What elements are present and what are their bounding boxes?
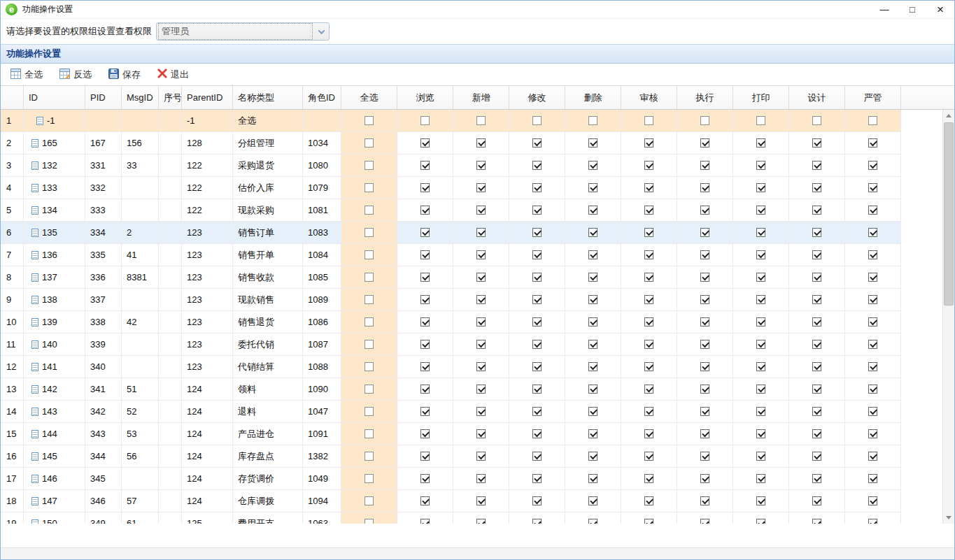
checkbox-edit[interactable] <box>532 228 542 237</box>
checkbox-print[interactable] <box>756 295 765 304</box>
table-row[interactable]: 4133332122估价入库1079 <box>1 177 944 199</box>
checkbox-execute[interactable] <box>700 273 709 282</box>
checkbox-strict[interactable] <box>868 385 877 394</box>
checkbox-print[interactable] <box>756 519 765 524</box>
checkbox-browse[interactable] <box>420 183 430 192</box>
checkbox-strict[interactable] <box>868 340 877 349</box>
checkbox-delete[interactable] <box>588 429 597 438</box>
checkbox-strict[interactable] <box>868 116 877 125</box>
checkbox-select[interactable] <box>365 273 374 282</box>
checkbox-browse[interactable] <box>420 250 430 259</box>
close-button[interactable]: × <box>926 1 954 18</box>
checkbox-execute[interactable] <box>700 496 709 505</box>
checkbox-add[interactable] <box>476 452 486 461</box>
exit-button[interactable]: 退出 <box>152 66 194 84</box>
checkbox-print[interactable] <box>756 429 765 438</box>
checkbox-strict[interactable] <box>868 317 877 326</box>
checkbox-print[interactable] <box>756 116 765 125</box>
checkbox-browse[interactable] <box>420 496 430 505</box>
checkbox-add[interactable] <box>476 183 486 192</box>
checkbox-design[interactable] <box>812 206 821 215</box>
checkbox-select[interactable] <box>365 474 374 483</box>
checkbox-strict[interactable] <box>868 138 877 148</box>
column-header-seq[interactable]: 序号 <box>159 86 182 109</box>
checkbox-execute[interactable] <box>700 183 709 192</box>
checkbox-browse[interactable] <box>420 340 430 349</box>
column-header-execute[interactable]: 执行 <box>677 86 733 109</box>
checkbox-delete[interactable] <box>588 362 597 371</box>
checkbox-edit[interactable] <box>532 250 542 259</box>
checkbox-add[interactable] <box>476 317 486 326</box>
checkbox-print[interactable] <box>756 138 765 148</box>
checkbox-audit[interactable] <box>644 116 653 125</box>
checkbox-design[interactable] <box>812 496 821 505</box>
checkbox-edit[interactable] <box>532 161 542 170</box>
checkbox-edit[interactable] <box>532 273 542 282</box>
row-number[interactable]: 16 <box>1 445 24 468</box>
checkbox-print[interactable] <box>756 273 765 282</box>
scroll-up-icon[interactable] <box>943 110 954 122</box>
checkbox-select[interactable] <box>365 362 374 371</box>
checkbox-audit[interactable] <box>644 474 653 483</box>
table-row[interactable]: 1614534456124库存盘点1382 <box>1 445 944 468</box>
checkbox-edit[interactable] <box>532 340 542 349</box>
checkbox-design[interactable] <box>812 138 821 148</box>
checkbox-add[interactable] <box>476 206 486 215</box>
checkbox-browse[interactable] <box>420 317 430 326</box>
checkbox-edit[interactable] <box>532 183 542 192</box>
table-row[interactable]: 81373368381123销售收款1085 <box>1 266 944 289</box>
table-row[interactable]: 61353342123销售订单1083 <box>1 222 944 244</box>
column-header-audit[interactable]: 审核 <box>621 86 677 109</box>
vertical-scrollbar[interactable] <box>942 110 954 524</box>
checkbox-execute[interactable] <box>700 519 709 524</box>
checkbox-audit[interactable] <box>644 340 653 349</box>
checkbox-add[interactable] <box>476 519 486 524</box>
checkbox-print[interactable] <box>756 452 765 461</box>
checkbox-edit[interactable] <box>532 407 542 416</box>
checkbox-add[interactable] <box>476 429 486 438</box>
row-number[interactable]: 17 <box>1 468 24 490</box>
checkbox-browse[interactable] <box>420 116 430 125</box>
row-number[interactable]: 8 <box>1 266 24 289</box>
checkbox-browse[interactable] <box>420 161 430 170</box>
minimize-button[interactable]: — <box>870 1 898 18</box>
checkbox-design[interactable] <box>812 429 821 438</box>
checkbox-edit[interactable] <box>532 385 542 394</box>
checkbox-delete[interactable] <box>588 385 597 394</box>
checkbox-execute[interactable] <box>700 228 709 237</box>
table-row[interactable]: 1514434353124产品进仓1091 <box>1 423 944 445</box>
row-number[interactable]: 11 <box>1 333 24 356</box>
checkbox-print[interactable] <box>756 161 765 170</box>
checkbox-select[interactable] <box>365 250 374 259</box>
checkbox-design[interactable] <box>812 183 821 192</box>
checkbox-add[interactable] <box>476 496 486 505</box>
checkbox-design[interactable] <box>812 452 821 461</box>
checkbox-add[interactable] <box>476 362 486 371</box>
checkbox-select[interactable] <box>365 385 374 394</box>
column-header-edit[interactable]: 修改 <box>509 86 565 109</box>
checkbox-audit[interactable] <box>644 228 653 237</box>
checkbox-add[interactable] <box>476 385 486 394</box>
checkbox-strict[interactable] <box>868 407 877 416</box>
table-row[interactable]: 1-1-1全选 <box>1 110 944 132</box>
checkbox-browse[interactable] <box>420 138 430 148</box>
checkbox-execute[interactable] <box>700 385 709 394</box>
column-header-delete[interactable]: 删除 <box>565 86 621 109</box>
row-number[interactable]: 19 <box>1 512 24 524</box>
row-number[interactable]: 2 <box>1 132 24 155</box>
checkbox-execute[interactable] <box>700 362 709 371</box>
column-header-roleid[interactable]: 角色ID <box>303 86 341 109</box>
column-header-pid[interactable]: PID <box>85 86 122 109</box>
checkbox-browse[interactable] <box>420 519 430 524</box>
checkbox-browse[interactable] <box>420 273 430 282</box>
row-number[interactable]: 3 <box>1 155 24 177</box>
checkbox-delete[interactable] <box>588 206 597 215</box>
table-row[interactable]: 12141340123代销结算1088 <box>1 356 944 378</box>
checkbox-strict[interactable] <box>868 161 877 170</box>
checkbox-edit[interactable] <box>532 317 542 326</box>
checkbox-select[interactable] <box>365 183 374 192</box>
checkbox-execute[interactable] <box>700 429 709 438</box>
checkbox-design[interactable] <box>812 362 821 371</box>
checkbox-strict[interactable] <box>868 452 877 461</box>
checkbox-add[interactable] <box>476 407 486 416</box>
